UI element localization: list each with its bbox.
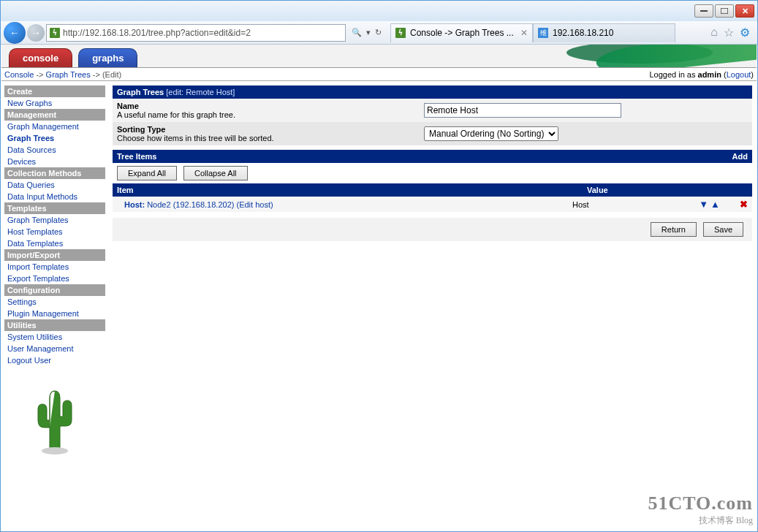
cactus-logo	[4, 384, 105, 458]
form-row-sort: Sorting Type Choose how items in this tr…	[113, 122, 752, 145]
browser-tabs: ϟ Console -> Graph Trees ... ✕ 维 192.168…	[390, 23, 675, 42]
home-icon[interactable]: ⌂	[710, 26, 718, 39]
titlebar: ✕	[1, 1, 757, 21]
sidebar-item-data-queries[interactable]: Data Queries	[4, 179, 105, 191]
tab-graphs[interactable]: graphs	[78, 48, 137, 67]
ie-right-icons: ⌂ ☆ ⚙	[706, 26, 754, 39]
side-head-utilities: Utilities	[4, 319, 105, 331]
sidebar: Create New Graphs Management Graph Manag…	[1, 81, 108, 531]
url-input[interactable]	[63, 28, 342, 38]
sidebar-item-system-utilities[interactable]: System Utilities	[4, 331, 105, 343]
grid-header: Item Value	[113, 183, 752, 197]
col-value-header: Value	[587, 186, 719, 194]
tree-item-value: Host	[572, 200, 660, 209]
svg-rect-0	[700, 10, 708, 12]
side-head-management: Management	[4, 109, 105, 121]
tree-items-header: Tree Items Add	[113, 150, 752, 163]
breadcrumb-graph-trees[interactable]: Graph Trees	[46, 70, 91, 79]
name-input[interactable]	[424, 103, 621, 118]
sidebar-item-devices[interactable]: Devices	[4, 156, 105, 167]
sidebar-item-data-sources[interactable]: Data Sources	[4, 144, 105, 156]
sidebar-item-graph-trees[interactable]: Graph Trees	[4, 132, 105, 144]
app: console graphs Console -> Graph Trees ->…	[1, 45, 757, 531]
form-table: Name A useful name for this graph tree. …	[113, 99, 752, 145]
app-tab-bar: console graphs	[1, 45, 757, 68]
auth-status: Logged in as admin (Logout)	[649, 70, 754, 79]
tree-buttons: Expand All Collapse All	[113, 163, 752, 183]
breadcrumb-current: -> (Edit)	[93, 70, 121, 79]
sidebar-item-settings[interactable]: Settings	[4, 296, 105, 308]
favorites-icon[interactable]: ☆	[724, 26, 734, 39]
close-tab-icon[interactable]: ✕	[520, 28, 528, 38]
expand-all-button[interactable]: Expand All	[117, 166, 177, 180]
main: Graph Trees [edit: Remote Host] Name A u…	[108, 81, 757, 531]
breadcrumb-console[interactable]: Console	[4, 70, 34, 79]
form-row-name: Name A useful name for this graph tree.	[113, 99, 752, 122]
side-head-import-export: Import/Export	[4, 249, 105, 261]
tab-console[interactable]: console	[9, 48, 72, 67]
refresh-icon[interactable]: ↻	[375, 28, 382, 37]
svg-rect-1	[721, 8, 728, 14]
cacti-favicon-icon: ϟ	[395, 28, 406, 38]
watermark: 51CTO.com 技术博客 Blog	[648, 493, 753, 527]
sidebar-item-plugin-management[interactable]: Plugin Management	[4, 308, 105, 319]
close-button[interactable]: ✕	[735, 4, 754, 18]
search-icon[interactable]: 🔍	[352, 28, 362, 37]
side-head-collection: Collection Methods	[4, 167, 105, 179]
sidebar-item-export-templates[interactable]: Export Templates	[4, 273, 105, 284]
sidebar-item-graph-templates[interactable]: Graph Templates	[4, 214, 105, 226]
browser-tab[interactable]: 维 192.168.18.210	[533, 23, 675, 42]
breadcrumb: Console -> Graph Trees -> (Edit)	[4, 70, 121, 79]
maximize-button[interactable]	[715, 4, 734, 18]
tools-icon[interactable]: ⚙	[740, 26, 750, 39]
forward-button[interactable]: →	[27, 24, 45, 42]
address-bar-controls: 🔍 ▾ ↻	[347, 28, 386, 37]
move-down-icon[interactable]: ▼	[699, 199, 708, 210]
minimize-button[interactable]	[694, 4, 713, 18]
svg-point-2	[42, 447, 68, 455]
side-head-configuration: Configuration	[4, 284, 105, 296]
side-head-create: Create	[4, 86, 105, 97]
sort-select[interactable]: Manual Ordering (No Sorting)	[424, 126, 558, 141]
name-label: Name	[117, 102, 139, 110]
name-desc: A useful name for this graph tree.	[117, 110, 235, 119]
sidebar-item-data-templates[interactable]: Data Templates	[4, 238, 105, 249]
sort-label: Sorting Type	[117, 125, 165, 134]
sidebar-item-new-graphs[interactable]: New Graphs	[4, 97, 105, 109]
ie-toolbar: ← → ϟ 🔍 ▾ ↻ ϟ Console -> Graph Trees ...…	[1, 21, 757, 45]
save-row: Return Save	[113, 218, 752, 241]
add-link[interactable]: Add	[732, 152, 748, 161]
browser-tab-active[interactable]: ϟ Console -> Graph Trees ... ✕	[390, 23, 533, 42]
panel-title: Graph Trees [edit: Remote Host]	[113, 86, 752, 99]
tab-title: Console -> Graph Trees ...	[410, 28, 514, 38]
auth-user: admin	[698, 70, 721, 79]
collapse-all-button[interactable]: Collapse All	[183, 166, 247, 180]
ie-favicon-icon: 维	[538, 28, 548, 38]
sidebar-item-graph-management[interactable]: Graph Management	[4, 121, 105, 132]
sidebar-item-data-input-methods[interactable]: Data Input Methods	[4, 191, 105, 202]
cacti-favicon-icon: ϟ	[50, 28, 60, 38]
sidebar-item-logout-user[interactable]: Logout User	[4, 354, 105, 366]
body: Create New Graphs Management Graph Manag…	[1, 81, 757, 531]
sort-desc: Choose how items in this tree will be so…	[117, 134, 274, 142]
tree-item-link[interactable]: Host: Node2 (192.168.18.202)	[124, 200, 234, 209]
address-bar: ϟ	[46, 24, 346, 42]
dropdown-icon[interactable]: ▾	[366, 28, 371, 37]
sidebar-item-user-management[interactable]: User Management	[4, 343, 105, 354]
move-up-icon[interactable]: ▲	[710, 199, 720, 210]
window: ✕ ← → ϟ 🔍 ▾ ↻ ϟ Console -> Graph Trees .…	[0, 0, 758, 532]
edit-host-link[interactable]: (Edit host)	[237, 200, 273, 209]
logout-link[interactable]: Logout	[727, 70, 751, 79]
col-item-header: Item	[117, 186, 587, 194]
breadcrumb-sep: ->	[36, 70, 43, 79]
sidebar-item-import-templates[interactable]: Import Templates	[4, 261, 105, 273]
window-controls: ✕	[694, 4, 754, 18]
delete-icon[interactable]: ✖	[740, 199, 748, 210]
back-button[interactable]: ←	[4, 22, 26, 44]
side-head-templates: Templates	[4, 202, 105, 214]
topbar: Console -> Graph Trees -> (Edit) Logged …	[1, 68, 757, 81]
return-button[interactable]: Return	[651, 222, 697, 237]
sidebar-item-host-templates[interactable]: Host Templates	[4, 226, 105, 238]
save-button[interactable]: Save	[703, 222, 743, 237]
tab-title: 192.168.18.210	[553, 28, 613, 38]
